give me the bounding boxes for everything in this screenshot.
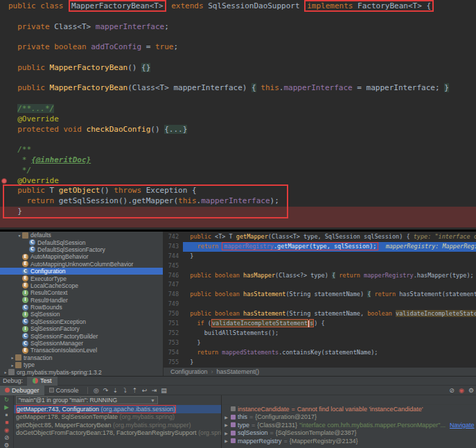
tree-item[interactable]: IResultContext [0, 289, 163, 296]
variable-row[interactable]: ▶sqlSession = {SqlSessionTemplate@2387} [222, 429, 476, 438]
code-line[interactable]: 754 return mappedStatements.containsKey(… [164, 348, 476, 358]
tree-item[interactable]: ▾defaults [0, 232, 163, 239]
code-line[interactable]: * {@inheritDoc} [0, 155, 476, 166]
code-line[interactable]: private Class<T> mapperInterface; [0, 22, 476, 33]
code-line[interactable]: 747 [164, 280, 476, 290]
line-number[interactable]: 743 [164, 242, 183, 252]
resume-icon[interactable]: ▶ [2, 404, 12, 411]
navigate-link[interactable]: Navigate [450, 422, 475, 429]
view-breakpoints-icon[interactable]: ◉ [457, 387, 466, 394]
code-line[interactable] [0, 53, 476, 63]
line-number[interactable]: 753 [164, 338, 183, 348]
line-number[interactable]: 750 [164, 309, 183, 319]
stack-frame[interactable]: getObject:85, MapperFactoryBean (org.myb… [14, 421, 221, 429]
chevron-collapsed-icon[interactable]: ▸ [10, 363, 15, 368]
tree-item[interactable]: ELocalCacheScope [0, 282, 163, 289]
code-line[interactable] [0, 94, 476, 104]
code-line[interactable]: } [0, 207, 476, 217]
run-to-cursor-icon[interactable]: ⇥ [150, 387, 159, 394]
code-line[interactable]: protected void checkDaoConfig() {...} [0, 125, 476, 135]
expand-arrow-icon[interactable]: ▶ [224, 438, 229, 443]
code-line[interactable]: return getSqlSession().getMapper(this.ma… [0, 196, 476, 207]
tree-item[interactable]: EExecutorType [0, 275, 163, 282]
settings-icon[interactable]: ⚙ [2, 442, 12, 448]
mute-breakpoints-icon[interactable]: ⊘ [447, 387, 457, 394]
line-number[interactable]: 749 [164, 300, 183, 309]
code-line[interactable]: 753 } [164, 338, 476, 348]
tree-item[interactable]: EAutoMappingBehavior [0, 253, 163, 260]
chevron-collapsed-icon[interactable]: ▸ [3, 370, 8, 374]
line-number[interactable]: 742 [164, 232, 183, 242]
tree-item[interactable]: CConfiguration [0, 268, 163, 275]
step-into-icon[interactable]: ⇣ [111, 387, 121, 394]
tree-item[interactable]: CSqlSessionFactoryBuilder [0, 332, 163, 339]
code-line[interactable]: 744 } [164, 252, 476, 261]
tree-item[interactable]: ISqlSession [0, 311, 163, 318]
tree-item[interactable]: ▸org.mybatis:mybatis-spring:1.3.2 [0, 368, 163, 375]
tree-item[interactable]: CRowBounds [0, 304, 163, 311]
stack-frame[interactable]: getMapper:743, Configuration (org.apache… [14, 405, 221, 413]
breadcrumb-item[interactable]: hasStatement() [217, 368, 260, 375]
settings-icon[interactable]: ⚙ [466, 387, 476, 394]
code-line[interactable]: public MapperFactoryBean(Class<T> mapper… [0, 83, 476, 94]
tree-item[interactable]: EAutoMappingUnknownColumnBehavior [0, 261, 163, 268]
code-line[interactable]: @Override [0, 176, 476, 187]
code-line[interactable]: 743 return mapperRegistry.getMapper(type… [164, 242, 476, 252]
thread-selector-dropdown[interactable]: "main"@1 in group "main": RUNNING ▼ [16, 396, 158, 404]
pause-icon[interactable]: ⏸ [2, 411, 12, 419]
tree-item[interactable]: ISqlSessionFactory [0, 325, 163, 332]
stop-icon[interactable]: ■ [2, 419, 12, 427]
force-step-into-icon[interactable]: ⤵ [121, 387, 130, 394]
code-line[interactable]: 751 if (validateIncompleteStatements) { [164, 319, 476, 329]
tree-item[interactable]: CSqlSessionException [0, 318, 163, 325]
line-number[interactable]: 745 [164, 261, 183, 271]
code-line[interactable]: 742 public <T> T getMapper(Class<T> type… [164, 232, 476, 242]
variable-row[interactable]: instanceCandidate = Cannot find local va… [222, 405, 476, 413]
tree-item[interactable]: CDefaultSqlSession [0, 239, 163, 245]
line-number[interactable]: 748 [164, 290, 183, 300]
breadcrumb-item[interactable]: Configuration [170, 368, 208, 375]
line-number[interactable]: 751 [164, 319, 183, 329]
tree-item[interactable]: ▸type [0, 361, 163, 368]
code-line[interactable] [0, 32, 476, 42]
expand-arrow-icon[interactable]: ▶ [224, 431, 229, 436]
line-number[interactable]: 754 [164, 348, 183, 358]
tree-item[interactable]: ▸transaction [0, 354, 163, 361]
show-execution-point-icon[interactable]: ◎ [91, 387, 101, 394]
code-line[interactable]: @Override [0, 114, 476, 125]
rerun-icon[interactable]: ↻ [2, 396, 12, 404]
evaluate-expression-icon[interactable]: ▤ [159, 387, 169, 394]
step-out-icon[interactable]: ⇡ [130, 387, 140, 394]
code-line[interactable]: 745 [164, 261, 476, 271]
code-line[interactable] [0, 74, 476, 84]
code-line[interactable]: 746 public boolean hasMapper(Class<?> ty… [164, 271, 476, 281]
code-line[interactable]: */ [0, 166, 476, 176]
line-number[interactable]: 752 [164, 329, 183, 338]
code-line[interactable]: 750 public boolean hasStatement(String s… [164, 309, 476, 319]
line-number[interactable]: 755 [164, 358, 183, 367]
code-line[interactable] [0, 12, 476, 22]
stack-frame[interactable]: doGetObjectFromFactoryBean:178, FactoryB… [14, 429, 221, 438]
code-line[interactable]: public class MapperFactoryBean<T> extend… [0, 1, 476, 12]
code-line[interactable]: 748 public boolean hasStatement(String s… [164, 290, 476, 300]
variable-row[interactable]: ▶type = {Class@2131} "interface com.hrh.… [222, 421, 476, 429]
expand-arrow-icon[interactable]: ▶ [224, 422, 229, 427]
breakpoint-icon[interactable] [1, 178, 7, 184]
code-line[interactable]: public MapperFactoryBean() {} [0, 63, 476, 74]
line-number[interactable]: 744 [164, 252, 183, 261]
code-line[interactable]: /** [0, 145, 476, 155]
tab-console[interactable]: Console [44, 386, 84, 395]
code-line[interactable]: /**...*/ [0, 104, 476, 114]
code-line[interactable]: public T getObject() throws Exception { [0, 186, 476, 196]
stack-frame[interactable]: getMapper:178, SqlSessionTemplate (org.m… [14, 413, 221, 422]
tree-item[interactable]: IResultHandler [0, 297, 163, 304]
tab-debugger[interactable]: Debugger [0, 386, 44, 395]
expand-arrow-icon[interactable]: ▶ [224, 415, 229, 420]
line-number[interactable]: 747 [164, 280, 183, 290]
view-breakpoints-icon[interactable]: ◉ [2, 427, 12, 434]
chevron-collapsed-icon[interactable]: ▸ [10, 355, 15, 360]
code-line[interactable] [0, 217, 476, 227]
line-number[interactable]: 746 [164, 271, 183, 281]
tree-item[interactable]: CSqlSessionManager [0, 340, 163, 347]
drop-frame-icon[interactable]: ↩ [140, 387, 150, 394]
